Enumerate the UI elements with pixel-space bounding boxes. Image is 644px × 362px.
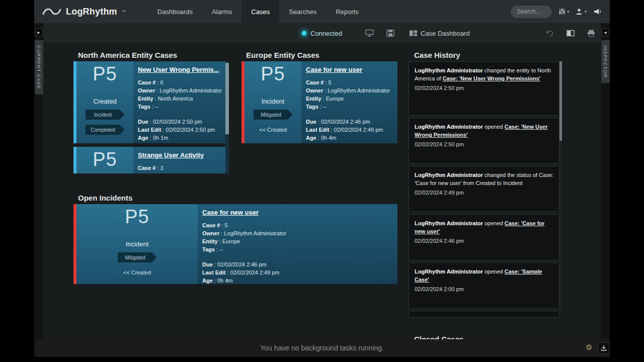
case-left-panel: P5 Created Incident Completed: [76, 61, 133, 143]
case-details: New User Wrong Permis... Case #: 6 Owner…: [133, 61, 229, 143]
case-field-number: Case #: 5: [306, 78, 392, 86]
left-panel-strip: ▶ CURRENT CASE: [34, 23, 43, 339]
case-history-entry: LogRhythm Administrator changed the stat…: [409, 166, 559, 212]
case-field-number: Case #: 3: [138, 164, 224, 172]
case-card-case-for-new-user[interactable]: P5 Incident Mitigated << Created Case fo…: [242, 61, 397, 143]
history-timestamp: 02/02/2024 2:46 pm: [415, 238, 553, 244]
scrollbar-thumb[interactable]: [559, 61, 562, 141]
case-left-panel: P5: [76, 147, 133, 173]
dashboard-grid-icon: [409, 30, 418, 36]
case-field-last-edit: Last Edit: 02/02/2024 2:49 pm: [202, 268, 392, 277]
case-field-age: Age: 0h 4m: [306, 134, 392, 142]
user-icon: [576, 8, 583, 15]
history-actor: LogRhythm Administrator: [415, 172, 483, 178]
case-field-last-edit: Last Edit: 02/02/2024 2:50 pm: [138, 126, 224, 134]
previous-status-link[interactable]: << Created: [245, 127, 301, 133]
history-actor: LogRhythm Administrator: [415, 124, 483, 130]
chevron-down-icon: ▾: [584, 10, 587, 14]
add-widgets-button[interactable]: [365, 29, 374, 37]
transition-mitigated-button[interactable]: Mitigated: [118, 252, 157, 262]
logrhythm-brand[interactable]: LogRhythm™: [34, 0, 134, 23]
case-title-link[interactable]: Strange User Activity: [138, 151, 224, 159]
cases-list-scrollbar[interactable]: [225, 61, 229, 173]
right-panel-strip: ◀ INSPECTOR: [601, 23, 610, 339]
case-history-entry-partial: [409, 311, 559, 318]
case-card-new-user-wrong-permissions[interactable]: P5 Created Incident Completed New User W…: [73, 61, 229, 143]
transition-completed-button[interactable]: Completed: [86, 125, 125, 135]
case-field-owner: Owner: LogRhythm Administrator: [138, 172, 224, 173]
add-widgets-icon: [365, 29, 374, 37]
brand-name: LogRhythm: [66, 7, 117, 17]
layout-columns-button[interactable]: [567, 30, 575, 36]
case-field-entity: Entity: Europe: [202, 237, 392, 245]
chevron-down-icon: ▾: [567, 10, 570, 14]
case-card-strange-user-activity[interactable]: P5 Strange User Activity Case #: 3 Owner…: [73, 147, 229, 173]
case-field-number: Case #: 6: [138, 78, 224, 86]
case-title-link[interactable]: Case for new user: [202, 209, 392, 216]
megaphone-icon: [593, 8, 602, 15]
case-field-due: Due: 02/03/2024 2:50 pm: [138, 118, 224, 126]
case-field-owner: Owner: LogRhythm Administrator: [138, 86, 224, 95]
filter-settings-menu[interactable]: ▾: [558, 8, 570, 15]
history-actor: LogRhythm Administrator: [415, 67, 483, 73]
previous-status-link[interactable]: << Created: [76, 269, 198, 276]
scrollbar-thumb[interactable]: [225, 63, 229, 134]
case-history-entry: LogRhythm Administrator opened Case: 'Ca…: [409, 214, 559, 260]
section-title-europe: Europe Entity Cases: [246, 51, 319, 59]
section-title-closed-cases: Closed Cases: [414, 335, 463, 339]
dashboard-name-label: Case Dashboard: [421, 29, 470, 37]
dashboard-toolbar: Connected: [34, 23, 610, 43]
case-field-age: Age: 0h 1m: [138, 134, 224, 142]
expand-inspector-button[interactable]: ◀: [602, 29, 609, 36]
expand-current-case-button[interactable]: ▶: [35, 29, 43, 36]
trademark-mark: ™: [122, 10, 126, 14]
history-action-text: opened: [483, 124, 505, 130]
save-layout-icon: [386, 29, 394, 37]
case-card-open-incident[interactable]: P5 Incident Mitigated << Created Case fo…: [73, 204, 397, 284]
case-priority: P5: [76, 149, 133, 170]
nav-tab-reports[interactable]: Reports: [326, 0, 368, 23]
case-field-owner: Owner: LogRhythm Administrator: [202, 229, 392, 237]
case-title-link[interactable]: New User Wrong Permis...: [138, 66, 224, 73]
save-layout-button[interactable]: [386, 29, 394, 37]
case-field-due: Due: 02/03/2024 2:46 pm: [306, 118, 392, 126]
case-field-owner: Owner: LogRhythm Administrator: [306, 86, 392, 95]
section-title-case-history: Case History: [414, 51, 460, 59]
settings-gear-icon[interactable]: ⚙: [586, 343, 592, 351]
print-icon: [587, 29, 595, 37]
case-left-panel: P5 Incident Mitigated << Created: [76, 204, 198, 284]
case-field-due: Due: 02/03/2024 2:46 pm: [202, 260, 392, 268]
dashboard-selector[interactable]: Case Dashboard: [409, 29, 470, 37]
search-input[interactable]: [511, 6, 552, 18]
case-history-scrollbar[interactable]: [559, 61, 562, 310]
case-details: Strange User Activity Case #: 3 Owner: L…: [133, 147, 229, 173]
undo-icon: [545, 29, 554, 37]
logrhythm-logo-icon: [42, 6, 61, 17]
case-title-link[interactable]: Case for new user: [306, 66, 392, 73]
dashboard-content: North America Entity Cases Europe Entity…: [43, 43, 601, 339]
history-case-link[interactable]: Case: 'New User Wrong Permissions': [443, 75, 541, 81]
background-tasks-tray-button[interactable]: [598, 342, 609, 353]
download-tray-icon: [601, 345, 607, 351]
nav-tab-cases[interactable]: Cases: [242, 0, 279, 23]
case-field-age: Age: 0h 4m: [202, 277, 392, 284]
app-screen: LogRhythm™ Dashboards Alarms Cases Searc…: [0, 0, 644, 362]
nav-right-cluster: ▾ ▾: [511, 0, 610, 23]
notifications-button[interactable]: [593, 8, 602, 15]
user-account-menu[interactable]: ▾: [576, 8, 587, 15]
print-button[interactable]: [587, 29, 595, 37]
transition-mitigated-button[interactable]: Mitigated: [254, 110, 293, 120]
case-history-list: LogRhythm Administrator changed the enti…: [409, 61, 559, 320]
current-case-tab[interactable]: CURRENT CASE: [35, 40, 43, 95]
case-status-label: Incident: [76, 240, 198, 248]
section-title-open-incidents: Open Incidents: [78, 194, 132, 202]
connection-status: Connected: [302, 29, 342, 37]
case-status-label: Incident: [245, 98, 301, 105]
transition-incident-button[interactable]: Incident: [86, 110, 125, 120]
nav-tab-searches[interactable]: Searches: [279, 0, 326, 23]
nav-tab-alarms[interactable]: Alarms: [202, 0, 242, 23]
inspector-tab[interactable]: INSPECTOR: [601, 40, 610, 83]
nav-tab-dashboards[interactable]: Dashboards: [148, 0, 202, 23]
undo-button[interactable]: [545, 29, 554, 37]
case-priority: P5: [245, 63, 301, 85]
